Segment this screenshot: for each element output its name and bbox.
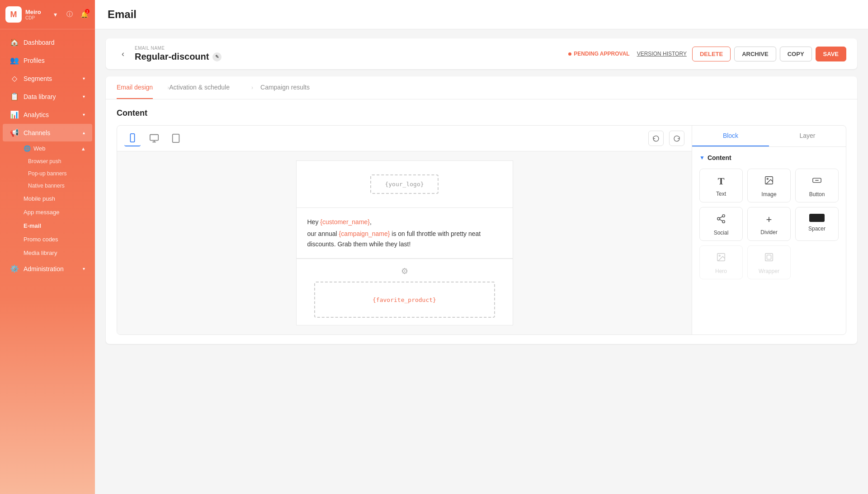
page-header: Email — [95, 0, 868, 29]
content-blocks-grid: T Text Image — [699, 169, 839, 279]
email-status-area: PENDING APPROVAL VERSION HISTORY — [568, 51, 687, 57]
email-block-logo[interactable]: {your_logo} — [296, 160, 513, 208]
text-block-icon: T — [718, 175, 725, 187]
email-name-card: ‹ EMAIL NAME Regular-discount ✎ PENDING … — [106, 38, 857, 69]
sidebar-item-channels[interactable]: 📢 Channels ▴ — [3, 124, 92, 141]
administration-chevron: ▾ — [83, 266, 85, 271]
status-badge: PENDING APPROVAL — [568, 51, 629, 57]
undo-button[interactable] — [648, 131, 664, 146]
image-area: ⚙ {favorite_product} — [297, 259, 513, 325]
sidebar-item-native-banners[interactable]: Native banners — [3, 180, 92, 192]
button-block-icon — [812, 175, 822, 188]
panel-tab-layer[interactable]: Layer — [769, 126, 846, 146]
web-chevron: ▴ — [82, 145, 85, 152]
sidebar-item-administration[interactable]: ⚙️ Administration ▾ — [3, 260, 92, 278]
main-body: ‹ EMAIL NAME Regular-discount ✎ PENDING … — [95, 29, 868, 494]
block-item-wrapper[interactable]: Wrapper — [747, 245, 791, 279]
svg-rect-0 — [130, 134, 134, 142]
block-item-image[interactable]: Image — [747, 169, 791, 202]
sidebar-item-dashboard[interactable]: 🏠 Dashboard — [3, 33, 92, 51]
profiles-icon: 👥 — [10, 56, 19, 65]
sidebar-item-email[interactable]: E-mail — [3, 219, 92, 232]
delete-button[interactable]: DELETE — [692, 47, 731, 61]
data-library-icon: 📋 — [10, 92, 19, 101]
notification-icon[interactable]: 🔔 2 — [79, 9, 90, 20]
block-item-social[interactable]: Social — [699, 207, 743, 241]
channels-icon: 📢 — [10, 128, 19, 137]
svg-point-17 — [719, 255, 720, 256]
logo-area: {your_logo} — [297, 161, 513, 207]
segments-icon: ◇ — [10, 74, 19, 83]
block-item-spacer[interactable]: Spacer — [795, 207, 839, 241]
app-logo: M — [5, 6, 22, 23]
dashboard-icon: 🏠 — [10, 38, 19, 47]
status-dot — [568, 52, 571, 56]
editor-canvas[interactable]: {your_logo} Hey {customer_name}, our ann… — [117, 151, 692, 334]
tab-chevron-2: › — [251, 85, 253, 91]
sidebar-item-mobile-push[interactable]: Mobile push — [3, 192, 92, 205]
svg-line-15 — [720, 216, 722, 218]
sidebar-item-profiles[interactable]: 👥 Profiles — [3, 52, 92, 69]
panel-tabs: Block Layer — [692, 126, 846, 147]
tablet-view-button[interactable] — [168, 130, 184, 146]
text-line2: our annual {campaign_name} is on full th… — [307, 229, 502, 239]
editor-right-panel: Block Layer ▼ Content — [692, 126, 846, 334]
sidebar-item-media-library[interactable]: Media library — [3, 246, 92, 259]
back-button[interactable]: ‹ — [117, 47, 129, 60]
mobile-view-button[interactable] — [124, 130, 141, 146]
image-placeholder: {favorite_product} — [314, 282, 495, 318]
text-line3: discounts. Grab them while they last! — [307, 239, 502, 249]
data-library-chevron: ▾ — [83, 94, 85, 99]
svg-point-13 — [722, 221, 725, 223]
sidebar-item-promo-codes[interactable]: Promo codes — [3, 233, 92, 246]
block-item-hero[interactable]: Hero — [699, 245, 743, 279]
content-section-title: Content — [117, 108, 846, 118]
sidebar-item-app-message[interactable]: App message — [3, 206, 92, 219]
tab-campaign-results[interactable]: Campaign results — [260, 76, 310, 99]
image-block-icon — [764, 175, 774, 188]
email-block-text[interactable]: Hey {customer_name}, our annual {campaig… — [296, 208, 513, 259]
sidebar-brand: Meiro CDP — [25, 9, 46, 20]
wrapper-block-icon — [764, 252, 774, 264]
content-section: Content — [106, 99, 857, 344]
sidebar-item-segments[interactable]: ◇ Segments ▾ — [3, 70, 92, 87]
sidebar-item-popup-banners[interactable]: Pop-up banners — [3, 168, 92, 179]
dropdown-toggle[interactable]: ▾ — [50, 9, 61, 20]
panel-section-header: ▼ Content — [699, 154, 839, 161]
svg-rect-19 — [767, 255, 771, 259]
archive-button[interactable]: ARCHIVE — [734, 47, 776, 61]
block-item-text[interactable]: T Text — [699, 169, 743, 202]
block-item-divider[interactable]: + Divider — [747, 207, 791, 241]
info-icon[interactable]: ⓘ — [64, 9, 75, 20]
version-history-link[interactable]: VERSION HISTORY — [637, 51, 687, 57]
edit-name-icon[interactable]: ✎ — [212, 52, 222, 61]
redo-button[interactable] — [669, 131, 684, 146]
sidebar-item-web[interactable]: 🌐 Web ▴ — [3, 142, 92, 155]
save-button[interactable]: SAVE — [816, 47, 846, 61]
sidebar-item-data-library[interactable]: 📋 Data library ▾ — [3, 88, 92, 105]
sidebar-nav: 🏠 Dashboard 👥 Profiles ◇ Segments ▾ 📋 Da… — [0, 29, 95, 494]
sidebar: M Meiro CDP ▾ ⓘ 🔔 2 🏠 Dashboard 👥 Profil… — [0, 0, 95, 494]
image-settings-icon[interactable]: ⚙ — [401, 266, 408, 276]
block-item-button[interactable]: Button — [795, 169, 839, 202]
analytics-chevron: ▾ — [83, 112, 85, 117]
copy-button[interactable]: COPY — [780, 47, 812, 61]
sidebar-header: M Meiro CDP ▾ ⓘ 🔔 2 — [0, 0, 95, 29]
web-icon: 🌐 — [24, 145, 31, 152]
email-block-image[interactable]: ⚙ {favorite_product} — [296, 259, 513, 325]
analytics-icon: 📊 — [10, 110, 19, 119]
sidebar-item-analytics[interactable]: 📊 Analytics ▾ — [3, 106, 92, 123]
email-name-label: EMAIL NAME — [135, 46, 563, 51]
email-name-value: Regular-discount ✎ — [135, 52, 563, 62]
svg-rect-18 — [765, 254, 773, 261]
tab-email-design[interactable]: Email design — [117, 76, 153, 99]
desktop-view-button[interactable] — [146, 130, 162, 146]
editor-left-panel: {your_logo} Hey {customer_name}, our ann… — [117, 126, 692, 334]
panel-tab-block[interactable]: Block — [692, 126, 769, 146]
sidebar-item-browser-push[interactable]: Browser push — [3, 155, 92, 167]
tab-activation-schedule[interactable]: Activation & schedule — [169, 76, 230, 99]
svg-rect-5 — [173, 134, 179, 142]
section-collapse-icon[interactable]: ▼ — [699, 155, 705, 161]
tabs-card: Email design › Activation & schedule › C… — [106, 76, 857, 344]
svg-point-8 — [767, 178, 768, 179]
